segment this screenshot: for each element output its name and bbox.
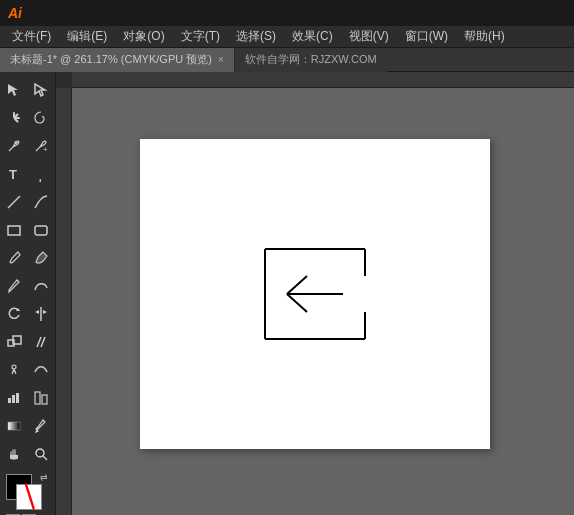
rounded-rect-btn[interactable] bbox=[28, 216, 56, 244]
ruler-corner bbox=[56, 72, 72, 88]
ruler-vertical bbox=[56, 72, 72, 515]
swatch-container: ╱ ⇄ bbox=[6, 474, 46, 510]
svg-rect-24 bbox=[42, 395, 47, 404]
gradient-btn[interactable] bbox=[0, 412, 28, 440]
ruler-horizontal bbox=[72, 72, 574, 88]
menu-bar: 文件(F) 编辑(E) 对象(O) 文字(T) 选择(S) 效果(C) 视图(V… bbox=[0, 26, 574, 48]
tool-row-scale bbox=[0, 328, 55, 356]
svg-rect-11 bbox=[8, 226, 20, 235]
menu-window[interactable]: 窗口(W) bbox=[397, 26, 456, 47]
menu-file[interactable]: 文件(F) bbox=[4, 26, 59, 47]
svg-text:T: T bbox=[9, 167, 17, 182]
scale-btn[interactable] bbox=[0, 328, 28, 356]
svg-marker-16 bbox=[43, 310, 47, 314]
reflect-btn[interactable] bbox=[28, 300, 56, 328]
zoom-tool-btn[interactable] bbox=[28, 440, 56, 468]
svg-rect-23 bbox=[35, 392, 40, 404]
tool-row-rotate bbox=[0, 300, 55, 328]
svg-rect-22 bbox=[16, 393, 19, 403]
svg-line-10 bbox=[8, 196, 20, 208]
menu-select[interactable]: 选择(S) bbox=[228, 26, 284, 47]
eyedropper-btn[interactable] bbox=[28, 412, 56, 440]
svg-point-6 bbox=[14, 141, 17, 144]
tool-row-selection bbox=[0, 76, 55, 104]
vertical-type-btn[interactable]: T bbox=[28, 160, 56, 188]
menu-object[interactable]: 对象(O) bbox=[115, 26, 172, 47]
svg-rect-12 bbox=[35, 226, 47, 235]
tool-row-type: T T bbox=[0, 160, 55, 188]
svg-text:+: + bbox=[43, 145, 48, 154]
svg-line-27 bbox=[43, 456, 47, 460]
main-area: + T T bbox=[0, 72, 574, 515]
tool-row-symbol bbox=[0, 412, 55, 440]
tab-secondary-label: 软件自学网：RJZXW.COM bbox=[245, 52, 377, 67]
tool-row-nav bbox=[0, 440, 55, 468]
tool-row-erase bbox=[0, 272, 55, 300]
color-area: ╱ ⇄ bbox=[0, 468, 55, 515]
svg-point-19 bbox=[12, 365, 16, 369]
menu-effect[interactable]: 效果(C) bbox=[284, 26, 341, 47]
svg-text:T: T bbox=[33, 179, 44, 182]
line-tool-btn[interactable] bbox=[0, 188, 28, 216]
tool-row-pen: + bbox=[0, 132, 55, 160]
paintbrush-btn[interactable] bbox=[0, 244, 28, 272]
magic-wand-btn[interactable] bbox=[0, 104, 28, 132]
tab-active[interactable]: 未标题-1* @ 261.17% (CMYK/GPU 预览) × bbox=[0, 48, 235, 72]
tab-active-label: 未标题-1* @ 261.17% (CMYK/GPU 预览) bbox=[10, 52, 212, 67]
svg-marker-1 bbox=[35, 84, 45, 96]
toolbar: + T T bbox=[0, 72, 56, 515]
title-bar: Ai bbox=[0, 0, 574, 26]
hand-tool-btn[interactable] bbox=[0, 440, 28, 468]
tab-secondary[interactable]: 软件自学网：RJZXW.COM bbox=[235, 48, 387, 72]
blob-brush-btn[interactable] bbox=[28, 244, 56, 272]
tool-row-graph bbox=[0, 384, 55, 412]
direct-selection-tool-btn[interactable] bbox=[28, 76, 56, 104]
type-tool-btn[interactable]: T bbox=[0, 160, 28, 188]
canvas-area[interactable] bbox=[56, 72, 574, 515]
ai-logo: Ai bbox=[8, 5, 22, 21]
pen-tool-btn[interactable] bbox=[0, 132, 28, 160]
menu-view[interactable]: 视图(V) bbox=[341, 26, 397, 47]
swap-colors-btn[interactable]: ⇄ bbox=[40, 472, 48, 482]
puppet-warp-btn[interactable] bbox=[0, 356, 28, 384]
rect-tool-btn[interactable] bbox=[0, 216, 28, 244]
svg-point-26 bbox=[36, 449, 44, 457]
svg-marker-15 bbox=[35, 310, 39, 314]
column-graph-btn[interactable] bbox=[28, 384, 56, 412]
rotate-btn[interactable] bbox=[0, 300, 28, 328]
reshape-btn[interactable] bbox=[28, 356, 56, 384]
tool-row-rect bbox=[0, 216, 55, 244]
svg-rect-25 bbox=[8, 422, 20, 430]
selection-tool-btn[interactable] bbox=[0, 76, 28, 104]
svg-marker-0 bbox=[8, 84, 18, 96]
menu-type[interactable]: 文字(T) bbox=[173, 26, 228, 47]
smooth-btn[interactable] bbox=[28, 272, 56, 300]
shear-btn[interactable] bbox=[28, 328, 56, 356]
artboard bbox=[140, 139, 490, 449]
tool-row-line bbox=[0, 188, 55, 216]
lasso-btn[interactable] bbox=[28, 104, 56, 132]
svg-rect-20 bbox=[8, 398, 11, 403]
bar-graph-btn[interactable] bbox=[0, 384, 28, 412]
menu-help[interactable]: 帮助(H) bbox=[456, 26, 513, 47]
stroke-swatch[interactable]: ╱ bbox=[16, 484, 42, 510]
pen-add-btn[interactable]: + bbox=[28, 132, 56, 160]
tool-row-puppet bbox=[0, 356, 55, 384]
tab-bar: 未标题-1* @ 261.17% (CMYK/GPU 预览) × 软件自学网：R… bbox=[0, 48, 574, 72]
menu-edit[interactable]: 编辑(E) bbox=[59, 26, 115, 47]
svg-rect-21 bbox=[12, 395, 15, 403]
tab-close-button[interactable]: × bbox=[218, 54, 224, 65]
tool-row-paint bbox=[0, 244, 55, 272]
artwork-svg bbox=[245, 234, 385, 354]
svg-line-36 bbox=[287, 294, 307, 312]
arc-tool-btn[interactable] bbox=[28, 188, 56, 216]
tool-row-wand bbox=[0, 104, 55, 132]
pencil-btn[interactable] bbox=[0, 272, 28, 300]
svg-line-35 bbox=[287, 276, 307, 294]
